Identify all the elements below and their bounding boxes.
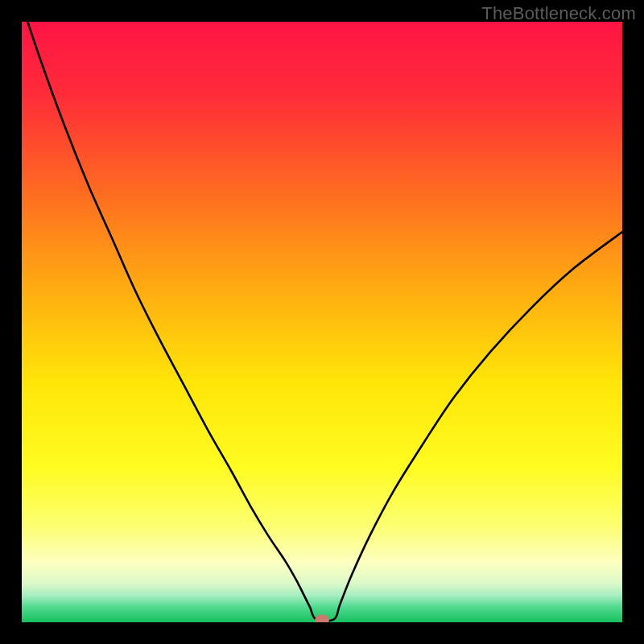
chart-frame: TheBottleneck.com: [0, 0, 644, 644]
plot-area: [22, 22, 622, 622]
chart-svg: [22, 22, 622, 622]
gradient-background: [22, 22, 622, 622]
